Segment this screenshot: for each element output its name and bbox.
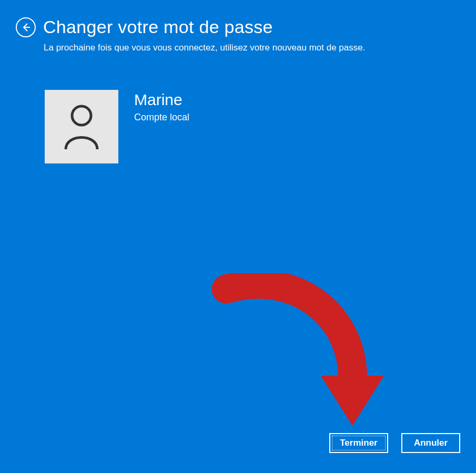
person-icon [60,103,103,150]
account-name: Marine [134,91,189,109]
cancel-button[interactable]: Annuler [401,433,460,453]
account-type: Compte local [134,112,189,123]
back-arrow-icon [21,22,31,33]
svg-marker-2 [321,376,384,426]
svg-point-1 [72,106,91,125]
back-button[interactable] [16,17,36,37]
page-title: Changer votre mot de passe [43,17,273,37]
annotation-arrow-icon [195,273,389,444]
finish-button[interactable]: Terminer [329,433,388,453]
avatar [45,90,118,163]
page-subtitle: La prochaine fois que vous vous connecte… [44,43,476,53]
